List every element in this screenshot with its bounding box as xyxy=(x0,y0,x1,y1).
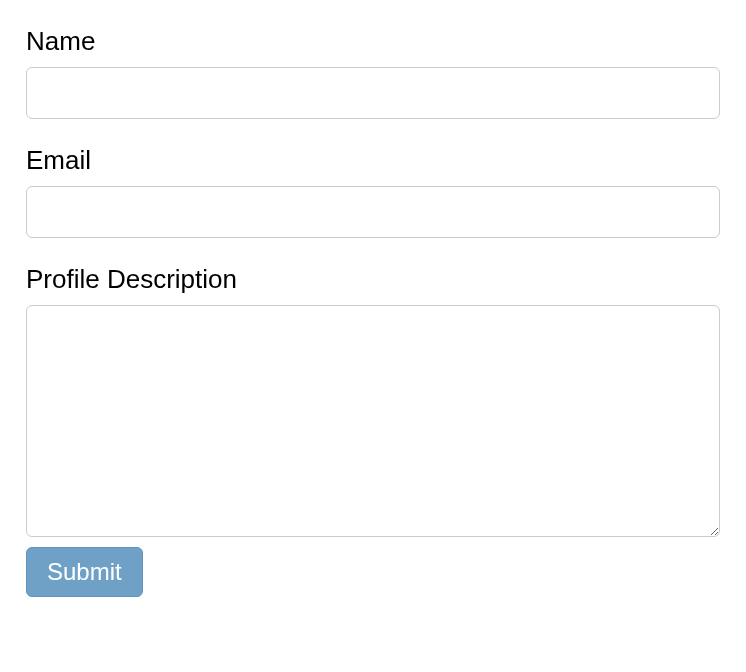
profile-description-label: Profile Description xyxy=(26,264,720,295)
name-group: Name xyxy=(26,26,720,119)
name-label: Name xyxy=(26,26,720,57)
profile-description-textarea[interactable] xyxy=(26,305,720,537)
email-input[interactable] xyxy=(26,186,720,238)
profile-description-group: Profile Description xyxy=(26,264,720,537)
submit-wrap: Submit xyxy=(26,547,720,597)
email-label: Email xyxy=(26,145,720,176)
email-group: Email xyxy=(26,145,720,238)
name-input[interactable] xyxy=(26,67,720,119)
submit-button[interactable]: Submit xyxy=(26,547,143,597)
profile-form: Name Email Profile Description Submit xyxy=(26,26,720,597)
